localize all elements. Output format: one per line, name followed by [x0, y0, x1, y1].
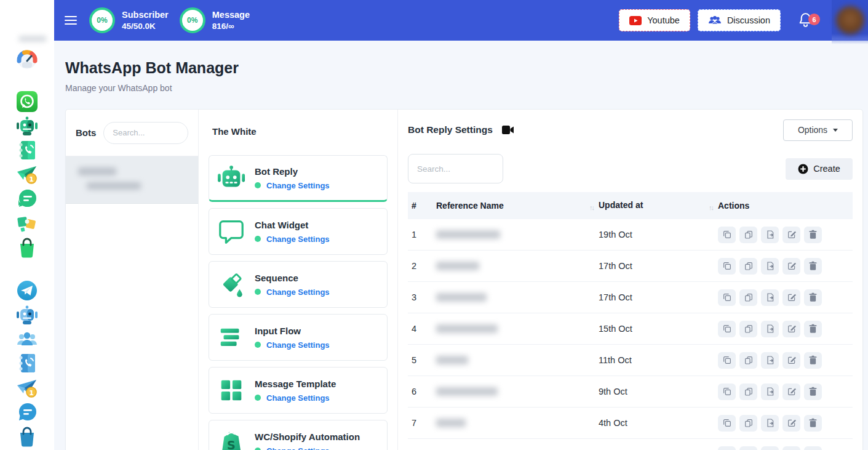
module-card-message-template[interactable]: Message Template Change Settings [209, 367, 388, 414]
row-number: 6 [408, 387, 436, 396]
telegram-icon[interactable] [16, 279, 38, 302]
delete-button[interactable] [804, 321, 822, 337]
delete-button[interactable] [804, 415, 822, 432]
duplicate-button[interactable] [718, 446, 736, 450]
duplicate-button[interactable] [718, 227, 736, 243]
module-title: Input Flow [255, 326, 330, 336]
delete-button[interactable] [804, 384, 822, 400]
export-button[interactable] [761, 258, 779, 275]
whatsapp-chat-icon[interactable] [16, 188, 38, 210]
bot-list-item-selected[interactable] [66, 156, 198, 204]
export-button[interactable] [761, 289, 779, 306]
youtube-icon [629, 16, 642, 25]
export-button[interactable] [761, 384, 779, 400]
module-card-wc-shopify[interactable]: S WC/Shopify Automation Change Settings [209, 420, 388, 450]
duplicate-button[interactable] [718, 289, 736, 306]
subscriber-stat: 0% Subscriber 45/50.0K [89, 7, 169, 33]
whatsapp-bot-icon[interactable] [16, 115, 38, 137]
module-title: Sequence [255, 273, 330, 283]
module-card-sequence[interactable]: Sequence Change Settings [209, 261, 388, 308]
subscriber-value: 45/50.0K [122, 21, 169, 32]
profile-menu[interactable] [832, 0, 868, 44]
export-button[interactable] [761, 227, 779, 243]
user-avatar[interactable] [836, 6, 864, 34]
edit-button[interactable] [782, 352, 800, 369]
edit-button[interactable] [782, 384, 800, 400]
copy-button[interactable] [739, 258, 757, 275]
duplicate-button[interactable] [718, 415, 736, 432]
create-button[interactable]: Create [786, 158, 853, 180]
bots-panel-title: Bots [76, 127, 96, 138]
copy-button[interactable] [739, 321, 757, 337]
delete-button[interactable] [804, 289, 822, 306]
sort-icon[interactable]: ↑↓ [589, 204, 594, 211]
edit-button[interactable] [782, 227, 800, 243]
edit-button[interactable] [782, 258, 800, 275]
bots-search-input[interactable] [103, 122, 188, 144]
dashboard-gauge-icon[interactable] [16, 49, 38, 71]
whatsapp-icon[interactable] [16, 90, 38, 113]
change-settings-link[interactable]: Change Settings [266, 446, 330, 450]
menu-toggle-icon[interactable] [65, 16, 77, 25]
change-settings-link[interactable]: Change Settings [266, 340, 330, 350]
status-dot [255, 448, 261, 450]
copy-button[interactable] [739, 352, 757, 369]
telegram-chat-icon[interactable] [16, 401, 38, 424]
edit-button[interactable] [782, 289, 800, 306]
svg-text:S: S [227, 438, 236, 450]
edit-button[interactable] [782, 446, 800, 450]
module-card-chat-widget[interactable]: Chat Widget Change Settings [209, 208, 388, 255]
duplicate-button[interactable] [718, 352, 736, 369]
status-dot [255, 182, 261, 188]
telegram-store-icon[interactable] [16, 425, 38, 448]
copy-button[interactable] [739, 446, 757, 450]
export-button[interactable] [761, 446, 779, 450]
telegram-contacts-icon[interactable] [16, 352, 38, 374]
settings-title: Bot Reply Settings [408, 124, 493, 135]
module-card-input-flow[interactable]: Input Flow Change Settings [209, 314, 388, 361]
change-settings-link[interactable]: Change Settings [266, 181, 330, 190]
whatsapp-store-icon[interactable] [16, 236, 38, 259]
module-card-bot-reply[interactable]: Bot Reply Change Settings [209, 155, 388, 202]
redacted-reference-name [436, 419, 466, 427]
sort-icon[interactable]: ↑↓ [709, 204, 713, 211]
copy-button[interactable] [739, 289, 757, 306]
duplicate-button[interactable] [718, 321, 736, 337]
delete-button[interactable] [804, 258, 822, 275]
delete-button[interactable] [804, 446, 822, 450]
whatsapp-broadcast-icon[interactable]: 1 [16, 163, 38, 185]
redacted-bot-phone [87, 182, 141, 190]
edit-button[interactable] [782, 415, 800, 432]
delete-button[interactable] [804, 352, 822, 369]
telegram-bot-icon[interactable] [16, 304, 38, 326]
whatsapp-contacts-icon[interactable] [16, 139, 38, 161]
message-value: 816/∞ [212, 21, 250, 32]
export-button[interactable] [761, 321, 779, 337]
table-row: 3 17th Oct [408, 282, 853, 313]
export-button[interactable] [761, 352, 779, 369]
video-tutorial-icon[interactable] [502, 126, 514, 134]
copy-button[interactable] [739, 227, 757, 243]
integrations-icon[interactable] [16, 212, 38, 234]
duplicate-button[interactable] [718, 258, 736, 275]
export-button[interactable] [761, 415, 779, 432]
telegram-broadcast-icon[interactable]: 1 [16, 377, 38, 399]
copy-button[interactable] [739, 415, 757, 432]
youtube-button[interactable]: Youtube [619, 9, 690, 31]
settings-search-input[interactable] [408, 154, 503, 183]
edit-button[interactable] [782, 321, 800, 337]
change-settings-link[interactable]: Change Settings [266, 393, 330, 403]
redacted-reference-name [436, 230, 500, 239]
copy-button[interactable] [739, 384, 757, 400]
duplicate-button[interactable] [718, 384, 736, 400]
telegram-groups-icon[interactable] [16, 328, 38, 350]
delete-button[interactable] [804, 227, 822, 243]
manager-panel: Bots The White Bot Reply Change Settings [65, 109, 863, 450]
bot-reply-settings-panel: Bot Reply Settings Options Create # [398, 110, 862, 450]
notifications-bell-icon[interactable]: 6 [798, 12, 814, 29]
change-settings-link[interactable]: Change Settings [266, 287, 330, 297]
change-settings-link[interactable]: Change Settings [266, 235, 330, 244]
options-dropdown-button[interactable]: Options [783, 119, 853, 141]
discussion-button[interactable]: Discussion [698, 9, 781, 31]
module-title: Bot Reply [255, 166, 330, 177]
